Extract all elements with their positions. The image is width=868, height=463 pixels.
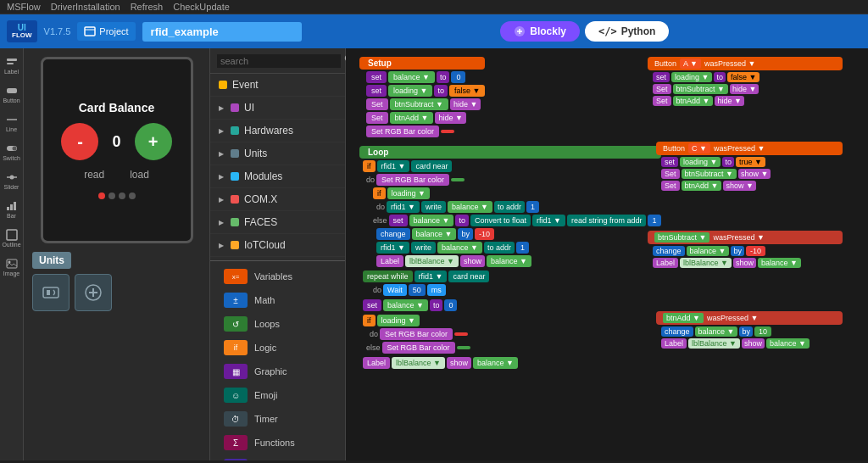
- dot-1: [98, 192, 105, 199]
- category-modules[interactable]: ▶ Modules: [210, 165, 345, 188]
- units-label: Units: [32, 252, 71, 269]
- screen-action-buttons: read load: [84, 169, 149, 181]
- svg-point-6: [12, 147, 16, 151]
- svg-rect-9: [10, 204, 13, 210]
- unit-block-rfid[interactable]: [32, 274, 70, 311]
- svg-rect-3: [7, 63, 14, 64]
- plus-button[interactable]: +: [135, 123, 172, 160]
- menu-driver[interactable]: DriverInstallation: [51, 2, 120, 12]
- block-palette: Event ▶ UI ▶ Hardwares ▶ Units ▶ Modules: [210, 48, 346, 460]
- filename-input[interactable]: [142, 22, 302, 42]
- setup-group: Setup set balance ▼ to 0 set loading ▼ t…: [359, 57, 485, 137]
- preview-area: Card Balance - 0 + read load Units: [24, 48, 210, 460]
- app-logo: UI FLOW: [7, 20, 37, 42]
- btn-add-group: btnAdd ▼ wasPressed ▼ change balance ▼ b…: [656, 311, 843, 349]
- svg-rect-8: [7, 207, 9, 210]
- sub-timer[interactable]: ⏱ Timer: [210, 407, 345, 431]
- svg-rect-0: [85, 27, 95, 36]
- button-c-group: Button C ▼ wasPressed ▼ set loading ▼ to…: [656, 142, 843, 191]
- sidebar-label-icon[interactable]: Label: [1, 52, 23, 79]
- version-label: V1.7.5: [44, 26, 71, 36]
- menu-checkupdate[interactable]: CheckUpdate: [173, 2, 230, 12]
- blocks-container: Setup set balance ▼ to 0 set loading ▼ t…: [346, 48, 868, 460]
- svg-rect-11: [7, 230, 17, 240]
- btn-subtract-group: btnSubtract ▼ wasPressed ▼ change balanc…: [648, 231, 843, 268]
- category-units[interactable]: ▶ Units: [210, 142, 345, 165]
- main-layout: Label Button Line Switch Slider Bar Outl…: [0, 48, 868, 460]
- button-a-group: Button A ▼ wasPressed ▼ set loading ▼ to…: [648, 57, 843, 106]
- screen-title: Card Balance: [79, 101, 154, 114]
- screen-indicator: [98, 192, 136, 199]
- minus-button[interactable]: -: [61, 123, 98, 160]
- toolbar: UI FLOW V1.7.5 Project Blockly </> Pytho…: [0, 14, 868, 48]
- sidebar-switch-icon[interactable]: Switch: [1, 138, 23, 165]
- category-event[interactable]: Event: [210, 74, 345, 97]
- category-comx[interactable]: ▶ COM.X: [210, 188, 345, 211]
- loop-label: Loop: [359, 146, 661, 159]
- sub-functions[interactable]: Σ Functions: [210, 431, 345, 455]
- icon-sidebar: Label Button Line Switch Slider Bar Outl…: [0, 48, 24, 460]
- menu-refresh[interactable]: Refresh: [131, 2, 164, 12]
- search-input[interactable]: [217, 54, 341, 68]
- sidebar-image-icon[interactable]: Image: [1, 254, 23, 281]
- screen-controls: - 0 +: [61, 123, 171, 160]
- balance-display: 0: [112, 133, 120, 151]
- sidebar-line-icon[interactable]: Line: [1, 109, 23, 137]
- units-section: Units: [32, 252, 201, 311]
- svg-rect-2: [7, 59, 17, 61]
- svg-point-7: [9, 176, 14, 180]
- dot-2: [108, 192, 115, 199]
- sub-text[interactable]: T Text: [210, 455, 345, 460]
- sub-math[interactable]: ± Math: [210, 288, 345, 312]
- dot-3: [119, 192, 125, 199]
- mode-tabs: Blockly </> Python: [500, 21, 669, 42]
- units-blocks: [32, 274, 201, 311]
- menu-app-name: MSFlow: [7, 2, 41, 12]
- setup-label: Setup: [359, 57, 485, 70]
- project-button[interactable]: Project: [77, 22, 135, 41]
- category-iotcloud[interactable]: ▶ IoTCloud: [210, 234, 345, 257]
- sub-loops[interactable]: ↺ Loops: [210, 312, 345, 336]
- svg-rect-10: [14, 202, 16, 210]
- sidebar-outline-icon[interactable]: Outline: [1, 225, 23, 252]
- python-tab[interactable]: </> Python: [585, 21, 669, 42]
- svg-rect-4: [7, 88, 17, 93]
- sub-graphic[interactable]: ▦ Graphic: [210, 360, 345, 383]
- canvas-area[interactable]: Setup set balance ▼ to 0 set loading ▼ t…: [346, 48, 868, 460]
- menu-bar: MSFlow DriverInstallation Refresh CheckU…: [0, 0, 868, 14]
- sidebar-bar-icon[interactable]: Bar: [1, 196, 23, 223]
- category-ui[interactable]: ▶ UI: [210, 97, 345, 120]
- svg-rect-14: [43, 287, 58, 298]
- dot-4: [129, 192, 136, 199]
- sub-emoji[interactable]: ☺ Emoji: [210, 383, 345, 407]
- search-bar: [210, 48, 345, 74]
- unit-block-add[interactable]: [75, 274, 112, 311]
- sub-variables[interactable]: x= Variables: [210, 265, 345, 288]
- sub-logic[interactable]: if Logic: [210, 336, 345, 360]
- category-list: Event ▶ UI ▶ Hardwares ▶ Units ▶ Modules: [210, 74, 345, 460]
- blockly-tab[interactable]: Blockly: [500, 21, 580, 42]
- logo-flow: FLOW: [12, 32, 32, 39]
- sidebar-slider-icon[interactable]: Slider: [1, 167, 23, 194]
- category-hardwares[interactable]: ▶ Hardwares: [210, 120, 345, 142]
- svg-rect-15: [47, 290, 50, 295]
- read-label: read: [84, 169, 104, 181]
- sidebar-button-icon[interactable]: Button: [1, 81, 23, 108]
- category-faces[interactable]: ▶ FACES: [210, 211, 345, 234]
- load-label: load: [130, 169, 149, 181]
- device-screen: Card Balance - 0 + read load: [41, 57, 193, 243]
- loop-group: Loop if rfid1 ▼ card near do Set RGB Bar…: [359, 146, 661, 369]
